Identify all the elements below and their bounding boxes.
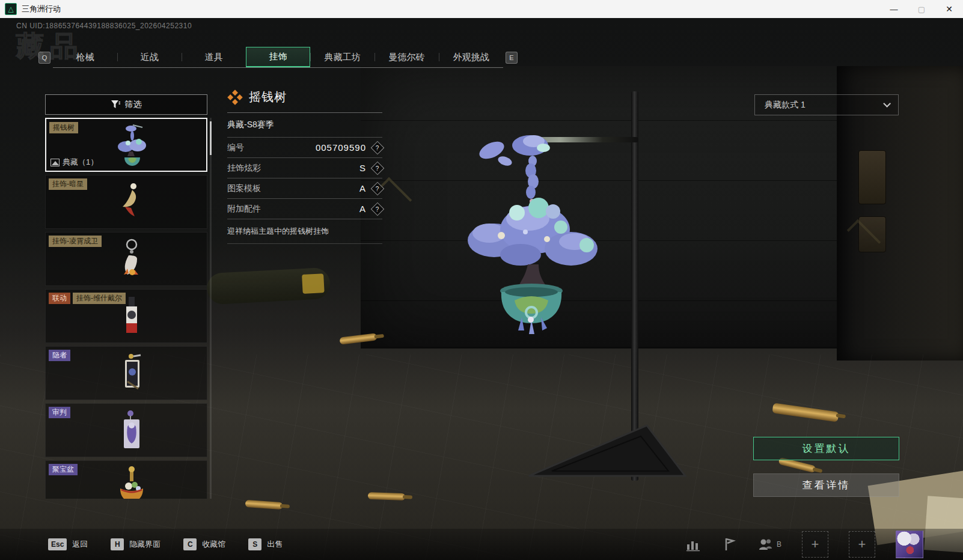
row-pattern-template: 图案模板 A ?: [227, 178, 382, 199]
filter-label: 筛选: [125, 99, 142, 110]
help-icon[interactable]: ?: [371, 202, 385, 216]
shortcut-back[interactable]: Esc 返回: [48, 538, 88, 550]
detail-panel: 摇钱树 典藏-S8赛季 编号 005709590 ? 挂饰炫彩 S ? 图案模板…: [227, 89, 382, 244]
account-uid: CN UID:188653764439188836025_20260425231…: [16, 22, 192, 30]
team-key-label: B: [777, 540, 781, 549]
style-dropdown-value: 典藏款式 1: [765, 100, 806, 111]
shortcut-sell[interactable]: S 出售: [248, 538, 283, 550]
money-tree-thumb: [111, 124, 153, 169]
scrollbar-thumb[interactable]: [210, 121, 212, 155]
rocket-keychain-thumb: [111, 237, 153, 283]
prev-tab-keycap: Q: [38, 52, 50, 64]
add-icon: +: [812, 537, 819, 552]
item-vishtal[interactable]: 联动 挂饰-维什戴尔: [45, 289, 207, 343]
rarity-badge: 聚宝盆: [49, 464, 78, 475]
h-keycap: H: [111, 538, 124, 550]
decor-bottle: [206, 267, 331, 305]
tab-items[interactable]: 道具: [182, 47, 246, 67]
s-keycap: S: [248, 538, 261, 550]
esc-keycap: Esc: [48, 538, 67, 550]
item-dark-star[interactable]: 挂饰-暗星: [45, 175, 207, 229]
item-treasure-bowl[interactable]: 聚宝盆: [45, 460, 207, 499]
category-tabbar: Q 枪械 近战 道具 挂饰 典藏工坊 曼德尔砖 外观挑战 E: [38, 47, 518, 68]
charm-list: 摇钱树 典藏（1） 挂饰-暗星: [45, 118, 207, 499]
cloud-canopy: [468, 198, 598, 266]
game-window: △ 三角洲行动 — ▢ ✕: [0, 0, 963, 560]
style-dropdown[interactable]: 典藏款式 1: [754, 94, 899, 115]
shortcuts: Esc 返回 H 隐藏界面 C 收藏馆 S 出售: [48, 538, 283, 550]
rarity-badge: 挂饰-暗星: [49, 178, 87, 190]
item-judgement[interactable]: 审判: [45, 403, 207, 457]
help-icon[interactable]: ?: [371, 141, 385, 154]
shortcut-collection-hall[interactable]: C 收藏馆: [183, 538, 225, 550]
tab-appearance-challenge[interactable]: 外观挑战: [439, 47, 503, 67]
rarity-diamond-icon: [227, 90, 243, 105]
shortcut-hide-ui[interactable]: H 隐藏界面: [111, 538, 160, 550]
money-tree-charm-3d: [463, 121, 607, 338]
tab-firearms[interactable]: 枪械: [53, 47, 117, 67]
row-serial: 编号 005709590 ?: [227, 138, 382, 158]
rarity-badge: 挂饰-凌霄成卫: [49, 236, 102, 247]
app-logo-icon: △: [5, 3, 17, 15]
tab-melee[interactable]: 近战: [117, 47, 182, 67]
row-extra-accessory: 附加配件 A ?: [227, 199, 382, 219]
rarity-badge: 审判: [49, 407, 70, 418]
tab-collection-workshop[interactable]: 典藏工坊: [310, 47, 374, 67]
player-avatar[interactable]: [896, 531, 923, 558]
report-flag-icon[interactable]: [721, 537, 737, 552]
teammate-slot-2[interactable]: +: [849, 531, 875, 558]
system-tray: B + +: [685, 531, 923, 558]
chevron-down-icon: [883, 100, 891, 108]
treasure-bowl-thumb: [111, 466, 153, 499]
charm-name: 摇钱树: [249, 89, 287, 105]
team-people-icon: [757, 537, 773, 552]
crate-latch: [858, 150, 886, 204]
tab-charms[interactable]: 挂饰: [246, 47, 310, 67]
vishtal-card-thumb: [111, 294, 153, 340]
decor-bullet: [368, 492, 405, 501]
tabs: 枪械 近战 道具 挂饰 典藏工坊 曼德尔砖 外观挑战: [53, 47, 503, 68]
help-icon[interactable]: ?: [371, 161, 385, 175]
view-details-button[interactable]: 查看详情: [753, 473, 899, 497]
dark-star-thumb: [111, 180, 153, 226]
row-charm-colorway: 挂饰炫彩 S ?: [227, 158, 382, 178]
minimize-button[interactable]: —: [880, 0, 908, 18]
item-money-tree[interactable]: 摇钱树 典藏（1）: [45, 118, 207, 172]
close-button[interactable]: ✕: [935, 0, 963, 18]
add-icon: +: [858, 537, 866, 552]
stand-base: [505, 409, 697, 487]
list-scrollbar[interactable]: [210, 118, 212, 499]
season-label: 典藏-S8赛季: [227, 113, 382, 138]
detail-title-row: 摇钱树: [227, 89, 382, 113]
collection-count: 典藏（1）: [50, 157, 98, 168]
shortcut-bar: Esc 返回 H 隐藏界面 C 收藏馆 S 出售: [0, 529, 963, 560]
window-title: 三角洲行动: [22, 4, 61, 14]
rarity-badge: 隐者: [49, 350, 70, 361]
item-hermit[interactable]: 隐者: [45, 346, 207, 400]
top-flowers: [477, 135, 550, 168]
judgement-card-thumb: [111, 409, 153, 454]
item-lingxiao-guard[interactable]: 挂饰-凌霄成卫: [45, 232, 207, 286]
next-tab-keycap: E: [506, 52, 518, 64]
stats-chart-icon[interactable]: [685, 537, 701, 552]
c-keycap: C: [183, 538, 197, 550]
linkage-badge: 联动: [49, 293, 70, 304]
set-default-button[interactable]: 设置默认: [753, 437, 899, 460]
funnel-icon: [111, 100, 120, 109]
collection-icon: [50, 159, 60, 166]
filter-button[interactable]: 筛选: [45, 94, 207, 115]
charm-description: 迎祥纳福主题中的摇钱树挂饰: [227, 219, 382, 244]
window-titlebar: △ 三角洲行动 — ▢ ✕: [0, 0, 963, 18]
twisted-cord: [525, 156, 539, 204]
hermit-card-thumb: [111, 352, 153, 397]
maximize-button[interactable]: ▢: [908, 0, 935, 18]
help-icon[interactable]: ?: [371, 181, 385, 195]
tab-mandel-brick[interactable]: 曼德尔砖: [374, 47, 439, 67]
window-controls: — ▢ ✕: [880, 0, 963, 18]
rarity-badge: 摇钱树: [49, 122, 78, 133]
teammate-slot-1[interactable]: +: [802, 531, 828, 558]
team-button[interactable]: B: [757, 537, 781, 552]
